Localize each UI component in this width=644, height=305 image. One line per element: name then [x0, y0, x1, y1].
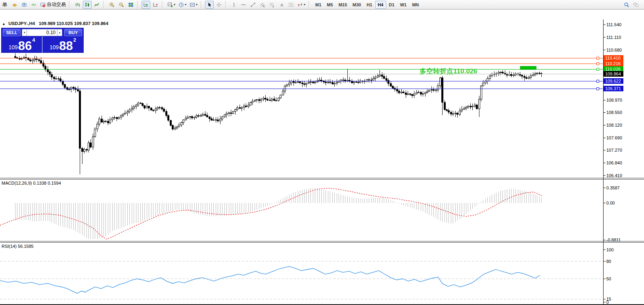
chart-shift-button[interactable] — [151, 1, 160, 9]
sell-button[interactable]: SELL — [3, 29, 21, 36]
chevron-down-icon[interactable]: ▾ — [185, 3, 186, 6]
metaeditor-button[interactable] — [10, 1, 19, 9]
candle-bull — [123, 114, 124, 116]
search-button[interactable] — [622, 1, 631, 9]
trendline-button[interactable] — [249, 1, 257, 9]
autotrading-button[interactable]: 自动交易 — [39, 1, 67, 9]
chevron-down-icon[interactable]: ▾ — [196, 3, 197, 6]
templates-button[interactable]: ▾ — [188, 1, 199, 9]
bars-chart-button[interactable] — [73, 1, 82, 9]
candle-bull — [228, 113, 230, 113]
candle-bear — [386, 78, 387, 80]
chart-plot[interactable] — [0, 10, 644, 305]
candle-bear — [362, 81, 364, 81]
candle-bull — [118, 117, 120, 119]
chevron-down-icon[interactable]: ▾ — [174, 3, 175, 6]
timeframe-d1-button[interactable]: D1 — [386, 1, 397, 9]
signal-icon — [31, 2, 36, 8]
publisher-button[interactable] — [20, 1, 29, 9]
timeframe-h1-button[interactable]: H1 — [364, 1, 375, 9]
candle-bear — [539, 73, 540, 73]
ask-price[interactable]: 109 88 2 — [42, 37, 83, 53]
periods-button[interactable]: ▾ — [177, 1, 188, 9]
candle-bull — [373, 79, 374, 80]
volume-input[interactable] — [27, 29, 57, 36]
resistance-price-label: 110.216 — [604, 61, 623, 66]
chat-button[interactable] — [632, 1, 640, 9]
candle-bear — [79, 91, 81, 149]
candles-chart-button[interactable] — [83, 1, 92, 9]
line-handle[interactable] — [597, 63, 599, 65]
candle-bull — [440, 78, 441, 86]
line-handle[interactable] — [597, 88, 599, 90]
chart-window[interactable]: ▲ USDJPY-,H4 109.989 110.025 109.837 109… — [0, 10, 644, 305]
candle-bull — [34, 59, 36, 60]
candle-bull — [263, 98, 264, 99]
candle-bull — [498, 72, 500, 73]
indicators-button[interactable]: ▾ — [166, 1, 176, 9]
bid-price[interactable]: 109 86 4 — [2, 37, 42, 53]
ask-point: 2 — [73, 37, 76, 42]
candle-bull — [278, 98, 280, 101]
candle-bull — [71, 87, 72, 89]
candle-bull — [271, 99, 273, 100]
candle-bull — [146, 106, 148, 108]
candle-bear — [390, 83, 392, 86]
candle-bull — [483, 83, 484, 86]
candle-bear — [15, 56, 16, 58]
collapse-panel-icon[interactable]: ▲ — [2, 22, 6, 26]
fibonacci-button[interactable]: F — [268, 1, 276, 9]
candle-bear — [107, 121, 109, 123]
crosshair-button[interactable] — [215, 1, 223, 9]
candle-bear — [30, 60, 31, 61]
autoscroll-button[interactable] — [142, 1, 150, 9]
signal-button[interactable] — [29, 1, 38, 9]
candle-bear — [60, 79, 61, 81]
candle-bear — [269, 100, 271, 100]
toolbar-separator — [309, 1, 311, 8]
price-tick-label: 108.120 — [606, 123, 622, 127]
candle-bear — [299, 82, 301, 83]
candle-bull — [481, 86, 482, 99]
text-button[interactable]: A — [277, 1, 286, 9]
candle-bear — [399, 91, 400, 93]
candle-bear — [47, 69, 49, 72]
line-chart-button[interactable] — [92, 1, 101, 9]
volume-increase-button[interactable]: ▲ — [57, 29, 62, 36]
line-handle[interactable] — [597, 57, 599, 60]
zoom-out-button[interactable] — [117, 1, 126, 9]
candle-bull — [200, 115, 202, 116]
zoom-in-button[interactable] — [107, 1, 116, 9]
volume-decrease-button[interactable]: ▼ — [22, 29, 27, 36]
bars-chart-icon — [75, 2, 80, 8]
timeframe-m5-button[interactable]: M5 — [324, 1, 335, 9]
line-handle[interactable] — [597, 68, 599, 71]
timeframe-mn-button[interactable]: MN — [409, 1, 422, 9]
hline-button[interactable] — [239, 1, 248, 9]
bid-point: 4 — [32, 37, 35, 42]
candle-bear — [433, 90, 435, 91]
timeframe-m15-button[interactable]: M15 — [336, 1, 350, 9]
candle-bear — [82, 149, 83, 152]
rsi-tick-label: 100 — [606, 247, 613, 252]
tile-windows-button[interactable] — [126, 1, 135, 9]
candle-bull — [235, 110, 236, 112]
vline-button[interactable] — [230, 1, 238, 9]
arrows-button[interactable]: ▾ — [296, 1, 307, 9]
cursor-button[interactable] — [205, 1, 214, 9]
timeframe-w1-button[interactable]: W1 — [397, 1, 410, 9]
buy-button[interactable]: BUY — [64, 29, 82, 36]
candle-bear — [86, 149, 88, 150]
candle-bear — [302, 83, 303, 84]
timeframe-m1-button[interactable]: M1 — [312, 1, 324, 9]
candle-bull — [314, 82, 316, 83]
line-handle[interactable] — [597, 80, 599, 83]
new-order-button[interactable]: 单 — [1, 1, 10, 9]
timeframe-h4-button[interactable]: H4 — [375, 1, 386, 9]
candle-bull — [533, 75, 534, 76]
timeframe-m30-button[interactable]: M30 — [350, 1, 364, 9]
channel-button[interactable]: E — [258, 1, 267, 9]
chevron-down-icon[interactable]: ▾ — [304, 3, 305, 6]
text-label-button[interactable]: T — [287, 1, 295, 9]
one-click-trading-panel: SELL ▼ ▲ BUY 109 86 4 109 88 2 — [1, 28, 84, 53]
